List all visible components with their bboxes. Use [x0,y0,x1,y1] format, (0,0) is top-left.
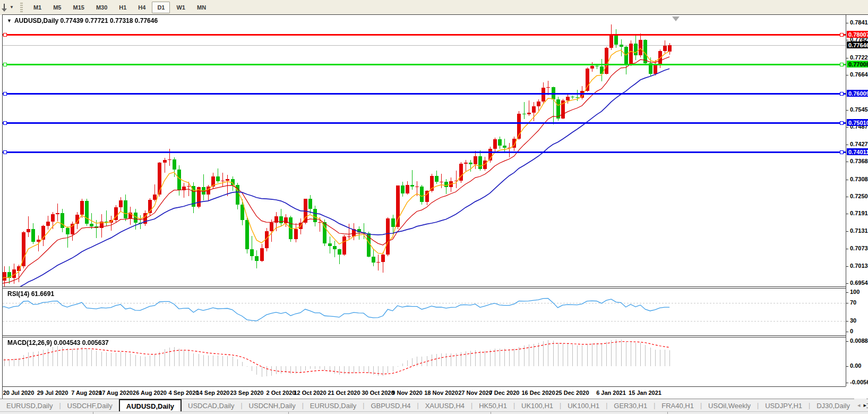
chart-tab-usdjpy-h1[interactable]: USDJPY,H1 [759,399,809,412]
chart-tab-eurusd-daily[interactable]: EURUSD,Daily [0,399,59,412]
date-label: 7 Dec 2020 [489,390,520,396]
cursor-tool-icon[interactable] [0,3,8,12]
price-axis-tick [846,214,848,214]
price-axis-label: 0.72500 [850,193,868,199]
rsi-axis-tick [846,332,848,332]
price-axis-label: 0.73685 [850,158,868,164]
macd-axis-label: -0.00565 [850,379,868,385]
price-axis-label: 0.69545 [850,280,868,286]
chart-tab-ger30-h1[interactable]: GER30,H1 [607,399,654,412]
date-label: 25 Dec 2020 [556,390,589,396]
status-strip-separator [93,412,93,414]
tool-dropdown-icon[interactable]: ▼ [10,5,14,10]
chart-tab-gbpusd-h4[interactable]: GBPUSD,H4 [364,399,417,412]
toolbar-grip-handle[interactable] [20,3,23,12]
rsi-axis-label: 100 [850,289,860,295]
price-level-badge: 0.74011 [847,148,868,155]
time-axis[interactable]: 20 Jul 202029 Jul 20207 Aug 202017 Aug 2… [3,387,846,399]
price-axis-tick [846,127,848,128]
chart-tab-usoil-weekly[interactable]: USOil,Weekly [702,399,757,412]
date-label: 23 Sep 2020 [230,390,264,396]
timeframe-button-d1[interactable]: D1 [152,2,170,13]
price-axis[interactable]: 0.784100.778250.772250.766400.754550.748… [846,15,868,386]
chart-tab-usdchf-daily[interactable]: USDCHF,Daily [61,399,119,412]
price-level-badge: 0.78007 [847,31,868,38]
chart-tab-usdcad-daily[interactable]: USDCAD,Daily [182,399,240,412]
rsi-indicator-label: RSI(14) 61.6691 [7,290,54,298]
timeframe-button-m15[interactable]: M15 [67,2,89,13]
chart-title-text: AUDUSD,Daily 0.77439 0.77721 0.77318 0.7… [14,17,158,24]
price-chart-canvas[interactable] [3,15,846,286]
rsi-axis-label: 70 [850,299,856,306]
macd-pane-canvas[interactable] [3,337,846,386]
price-axis-tick [846,249,848,249]
date-label: 16 Dec 2020 [522,390,555,396]
timeframe-button-m30[interactable]: M30 [91,2,113,13]
price-axis-tick [846,75,848,75]
price-axis-label: 0.78410 [850,19,868,26]
status-strip-separator [667,412,668,414]
price-axis-label: 0.71315 [850,227,868,234]
timeframe-button-w1[interactable]: W1 [171,2,191,13]
rsi-axis-tick [846,292,848,293]
chart-title: ▼AUDUSD,Daily 0.77439 0.77721 0.77318 0.… [7,17,158,24]
chart-shift-marker-icon[interactable] [672,16,680,21]
price-axis-tick [846,283,848,284]
price-axis-tick [846,231,848,232]
price-axis-tick [846,162,848,162]
timeframe-button-mn[interactable]: MN [192,2,211,13]
timeframe-button-h1[interactable]: H1 [114,2,132,13]
date-label: 4 Sep 2020 [169,390,199,396]
price-axis-tick [846,197,848,197]
timeframe-button-m5[interactable]: M5 [48,2,66,13]
price-level-badge: 0.77646 [847,41,868,48]
status-strip-separator [288,412,289,414]
tab-scroll-arrows: ◂ ▸ [854,399,866,411]
chart-tab-xauusd-h4[interactable]: XAUUSD,H4 [419,399,471,412]
price-level-badge: 0.75010 [847,119,868,126]
chart-tab-usdcnh-daily[interactable]: USDCNH,Daily [243,399,302,412]
tab-scroll-left-icon[interactable]: ◂ [857,402,861,409]
date-label: 17 Aug 2020 [99,390,133,396]
macd-axis-tick [846,383,848,383]
chart-tab-eurusd-daily[interactable]: EURUSD,Daily [304,399,363,412]
chart-collapse-icon[interactable]: ▼ [7,18,12,23]
price-axis-label: 0.76640 [850,71,868,78]
price-axis-tick [846,58,848,58]
price-axis-label: 0.71915 [850,210,868,216]
price-level-badge: 0.76009 [847,90,868,97]
chart-tab-bar: EURUSD,Daily|USDCHF,DailyAUDUSD,DailyUSD… [0,399,868,412]
rsi-axis-label: 30 [850,317,856,324]
chart-tab-audusd-daily[interactable]: AUDUSD,Daily [119,399,182,412]
chart-tab-uk100-h1[interactable]: UK100,H1 [561,399,606,412]
rsi-pane-canvas[interactable] [3,289,846,335]
price-axis-tick [846,266,848,267]
price-axis-tick [846,180,848,180]
tab-scroll-right-icon[interactable]: ▸ [863,402,866,409]
status-strip [0,411,868,414]
chart-window: ▼AUDUSD,Daily 0.77439 0.77721 0.77318 0.… [2,14,868,399]
price-axis-label: 0.70730 [850,245,868,251]
chart-tab-hk50-h1[interactable]: HK50,H1 [472,399,513,412]
timeframe-button-h4[interactable]: H4 [133,2,151,13]
date-label: 7 Aug 2020 [71,390,102,396]
chart-tab-fra40-h1[interactable]: FRA40,H1 [655,399,700,412]
price-level-badge: 0.77008 [847,61,868,67]
date-label: 6 Jan 2021 [596,390,626,396]
date-label: 12 Oct 2020 [294,390,326,396]
price-axis-tick [846,110,848,111]
macd-axis-label: 0.00884 [850,337,868,344]
price-axis-label: 0.75455 [850,106,868,113]
rsi-axis-tick [846,303,848,303]
price-axis-label: 0.73085 [850,176,868,182]
macd-indicator-label: MACD(12,26,9) 0.004543 0.005637 [7,339,109,347]
timeframe-toolbar: ▼ M1M5M15M30H1H4D1W1MN [0,0,868,15]
timeframe-button-m1[interactable]: M1 [28,2,47,13]
date-label: 21 Oct 2020 [328,390,360,396]
price-axis-label: 0.74270 [850,141,868,147]
chart-tab-uk100-h1[interactable]: UK100,H1 [515,399,560,412]
chart-tab-dj30-daily[interactable]: DJ30,Daily [810,399,856,412]
price-axis-label: 0.70130 [850,263,868,269]
macd-axis-tick [846,366,848,367]
date-label: 18 Nov 2020 [424,390,458,396]
